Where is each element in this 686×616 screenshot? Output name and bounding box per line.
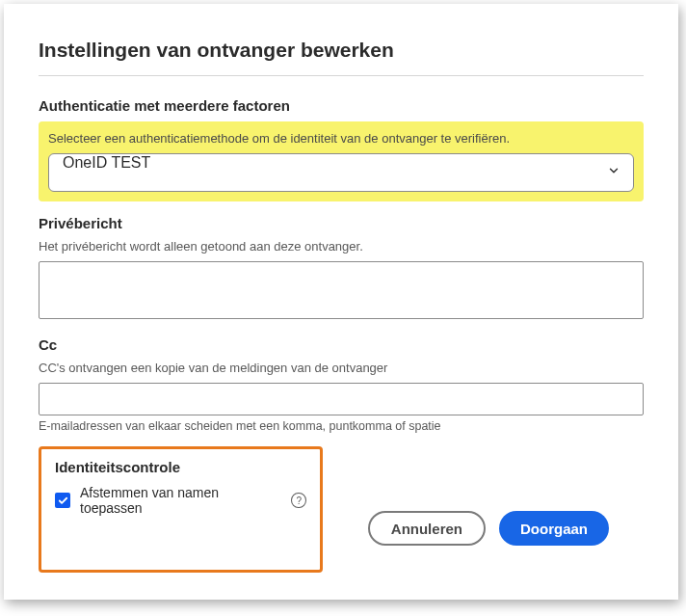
cc-input[interactable] — [39, 383, 644, 415]
name-matching-checkbox[interactable] — [55, 493, 70, 508]
name-matching-row: Afstemmen van namen toepassen ? — [55, 485, 306, 516]
page-title: Instellingen van ontvanger bewerken — [39, 39, 644, 62]
auth-method-select-wrap: OneID TEST — [48, 153, 634, 192]
auth-method-select[interactable]: OneID TEST — [48, 153, 634, 192]
cc-title: Cc — [39, 336, 644, 353]
dialog-buttons: Annuleren Doorgaan — [368, 511, 609, 546]
auth-highlight: Selecteer een authenticatiemethode om de… — [39, 121, 644, 201]
private-message-title: Privébericht — [39, 215, 644, 231]
name-matching-label: Afstemmen van namen toepassen — [80, 485, 277, 516]
auth-section-title: Authenticatie met meerdere factoren — [39, 97, 644, 114]
cancel-button[interactable]: Annuleren — [368, 511, 486, 546]
cc-section: Cc CC's ontvangen een kopie van de meldi… — [39, 336, 644, 433]
private-message-input[interactable] — [39, 261, 644, 319]
auth-section: Authenticatie met meerdere factoren Sele… — [39, 97, 644, 201]
private-message-helper: Het privébericht wordt alleen getoond aa… — [39, 239, 644, 254]
private-message-section: Privébericht Het privébericht wordt alle… — [39, 215, 644, 323]
dialog-footer-area: Identiteitscontrole Afstemmen van namen … — [39, 446, 644, 573]
divider — [39, 75, 644, 76]
cc-hint: E-mailadressen van elkaar scheiden met e… — [39, 419, 644, 433]
identity-section-title: Identiteitscontrole — [55, 459, 306, 475]
help-icon[interactable]: ? — [291, 493, 306, 508]
identity-check-highlight: Identiteitscontrole Afstemmen van namen … — [39, 446, 323, 573]
cc-helper: CC's ontvangen een kopie van de meldinge… — [39, 361, 644, 375]
continue-button[interactable]: Doorgaan — [499, 511, 609, 546]
auth-helper-text: Selecteer een authenticatiemethode om de… — [48, 131, 634, 146]
edit-recipient-settings-dialog: Instellingen van ontvanger bewerken Auth… — [4, 4, 678, 600]
check-icon — [58, 495, 68, 506]
